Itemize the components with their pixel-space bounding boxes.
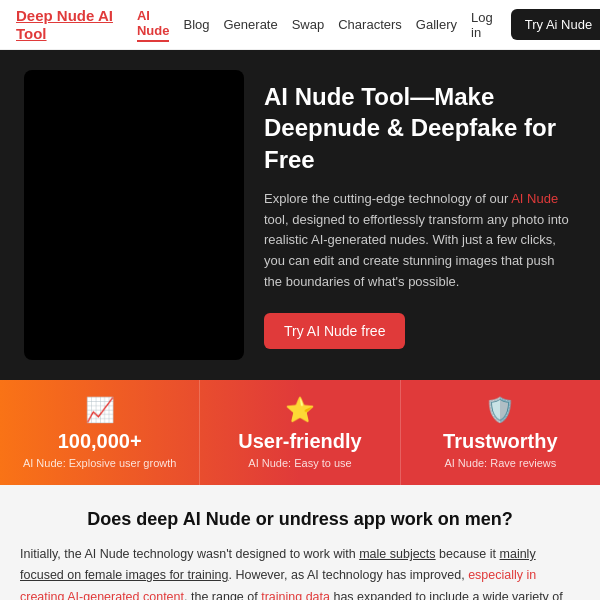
stat-star-icon: ⭐ [210,396,389,424]
nav-generate[interactable]: Generate [224,17,278,32]
stat-trustworthy: 🛡️ Trustworthy AI Nude: Rave reviews [401,380,600,485]
stat-shield-icon: 🛡️ [411,396,590,424]
hero-content: AI Nude Tool—Make Deepnude & Deepfake fo… [264,81,576,349]
navbar: Deep Nude AI Tool AI Nude Blog Generate … [0,0,600,50]
nav-blog[interactable]: Blog [183,17,209,32]
stat-friendly-value: User-friendly [210,430,389,453]
stat-friendly-label: AI Nude: Easy to use [210,457,389,469]
hero-cta-button[interactable]: Try AI Nude free [264,313,405,349]
stat-users-value: 100,000+ [10,430,189,453]
nav-ai-nude[interactable]: AI Nude [137,8,170,42]
stat-friendly: ⭐ User-friendly AI Nude: Easy to use [200,380,400,485]
article-section: Does deep AI Nude or undress app work on… [0,485,600,600]
stat-trust-value: Trustworthy [411,430,590,453]
nav-links: AI Nude Blog Generate Swap Characters Ga… [137,8,493,42]
nav-gallery[interactable]: Gallery [416,17,457,32]
stats-section: 📈 100,000+ AI Nude: Explosive user growt… [0,380,600,485]
stat-users: 📈 100,000+ AI Nude: Explosive user growt… [0,380,200,485]
hero-section: AI Nude Tool—Make Deepnude & Deepfake fo… [0,50,600,380]
stat-growth-icon: 📈 [10,396,189,424]
nav-cta-button[interactable]: Try Ai Nude [511,9,600,40]
nav-login[interactable]: Log in [471,10,493,40]
article-title: Does deep AI Nude or undress app work on… [20,509,580,530]
nav-characters[interactable]: Characters [338,17,402,32]
stat-trust-label: AI Nude: Rave reviews [411,457,590,469]
brand-logo[interactable]: Deep Nude AI Tool [16,7,113,43]
hero-title: AI Nude Tool—Make Deepnude & Deepfake fo… [264,81,576,175]
hero-image [24,70,244,360]
nav-swap[interactable]: Swap [292,17,325,32]
article-body: Initially, the AI Nude technology wasn't… [20,544,580,600]
stat-users-label: AI Nude: Explosive user growth [10,457,189,469]
hero-description: Explore the cutting-edge technology of o… [264,189,576,293]
